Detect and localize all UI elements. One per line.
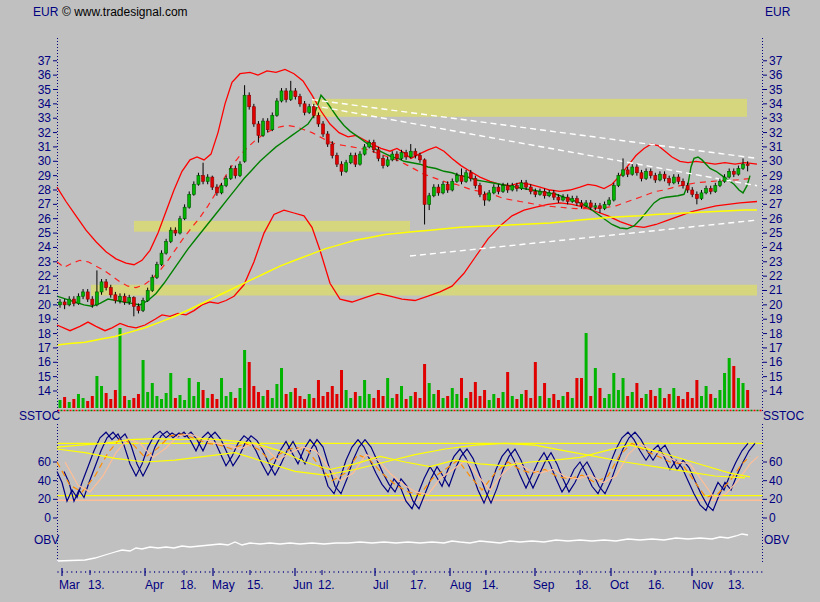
svg-text:Apr: Apr [145,578,164,592]
svg-text:15: 15 [38,370,52,384]
svg-text:Oct: Oct [610,578,629,592]
svg-text:24: 24 [38,240,52,254]
svg-text:0: 0 [769,511,776,525]
svg-text:33: 33 [38,111,52,125]
svg-text:25: 25 [769,226,783,240]
svg-text:13.: 13. [88,578,105,592]
svg-text:32: 32 [769,126,783,140]
svg-text:23: 23 [769,255,783,269]
svg-text:60: 60 [769,455,783,469]
svg-text:12.: 12. [318,578,335,592]
svg-text:28: 28 [38,183,52,197]
svg-text:19: 19 [769,312,783,326]
svg-text:27: 27 [769,197,783,211]
svg-text:14: 14 [769,384,783,398]
svg-text:16: 16 [38,355,52,369]
svg-text:23: 23 [38,255,52,269]
svg-text:15.: 15. [247,578,264,592]
svg-text:31: 31 [38,140,52,154]
svg-text:14: 14 [38,384,52,398]
svg-text:20: 20 [769,298,783,312]
svg-text:17.: 17. [410,578,427,592]
svg-text:Nov: Nov [692,578,713,592]
svg-text:May: May [212,578,235,592]
svg-text:37: 37 [769,54,783,68]
svg-text:30: 30 [769,154,783,168]
svg-text:Jun: Jun [293,578,312,592]
svg-text:16.: 16. [648,578,665,592]
svg-text:17: 17 [38,341,52,355]
svg-text:25: 25 [38,226,52,240]
svg-text:20: 20 [38,298,52,312]
svg-text:36: 36 [769,68,783,82]
svg-text:15: 15 [769,370,783,384]
svg-text:29: 29 [38,169,52,183]
svg-text:16: 16 [769,355,783,369]
svg-text:Aug: Aug [450,578,471,592]
svg-text:35: 35 [769,83,783,97]
svg-text:17: 17 [769,341,783,355]
svg-text:14.: 14. [482,578,499,592]
time-axis: Mar13.Apr18.May15.Jun12.Jul17.Aug14.Sep1… [58,568,763,592]
white-trendlines [312,100,757,256]
svg-text:34: 34 [38,97,52,111]
price-axis: 1414151516161717181819192020212122222323… [38,38,783,564]
svg-text:27: 27 [38,197,52,211]
svg-text:22: 22 [769,269,783,283]
svg-text:21: 21 [769,283,783,297]
svg-text:20: 20 [769,492,783,506]
svg-text:40: 40 [38,474,52,488]
svg-text:60: 60 [38,455,52,469]
svg-text:24: 24 [769,240,783,254]
svg-text:31: 31 [769,140,783,154]
svg-text:32: 32 [38,126,52,140]
svg-text:18: 18 [769,327,783,341]
svg-text:22: 22 [38,269,52,283]
svg-text:40: 40 [769,474,783,488]
svg-text:29: 29 [769,169,783,183]
svg-text:30: 30 [38,154,52,168]
svg-text:18.: 18. [575,578,592,592]
chart-canvas: 1414151516161717181819192020212122222323… [0,0,820,602]
volume-bars [59,328,750,408]
svg-text:21: 21 [38,283,52,297]
tradesignal-chart-window: EUR © www.tradesignal.com EUR SSTOC SSTO… [0,0,820,602]
svg-text:19: 19 [38,312,52,326]
svg-text:34: 34 [769,97,783,111]
svg-text:26: 26 [38,212,52,226]
svg-text:28: 28 [769,183,783,197]
svg-text:Sep: Sep [533,578,555,592]
svg-text:18: 18 [38,327,52,341]
svg-text:Mar: Mar [59,578,80,592]
svg-text:13.: 13. [728,578,745,592]
svg-text:33: 33 [769,111,783,125]
svg-text:Jul: Jul [373,578,388,592]
svg-text:37: 37 [38,54,52,68]
svg-text:20: 20 [38,492,52,506]
svg-text:36: 36 [38,68,52,82]
svg-text:18.: 18. [180,578,197,592]
svg-text:26: 26 [769,212,783,226]
svg-text:0: 0 [44,511,51,525]
obv-panel [57,534,748,561]
svg-text:35: 35 [38,83,52,97]
stochastic-panel: 00202040406060 [38,431,783,525]
